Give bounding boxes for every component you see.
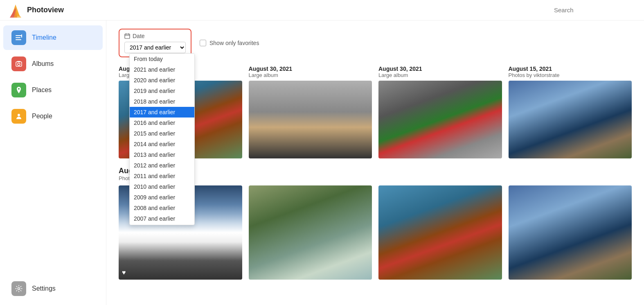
main-content: Date From today 2021 and earlier 2020 an… xyxy=(106,20,644,305)
sidebar-item-places[interactable]: Places xyxy=(3,78,103,102)
dropdown-item[interactable]: 2008 and earlier xyxy=(130,203,194,213)
photo-card-7[interactable] xyxy=(378,185,502,280)
filter-bar: Date From today 2021 and earlier 2020 an… xyxy=(119,29,632,57)
logo-area: Photoview xyxy=(8,3,106,18)
photo-card-2-meta: August 30, 2021 Large album xyxy=(249,66,372,78)
svg-rect-3 xyxy=(16,35,22,36)
photo-card-6[interactable] xyxy=(249,185,372,280)
photo-img-7[interactable] xyxy=(378,185,502,280)
timeline-icon xyxy=(11,30,26,45)
dropdown-item[interactable]: 2009 and earlier xyxy=(130,192,194,203)
topbar: Photoview xyxy=(0,0,644,20)
settings-icon xyxy=(11,281,26,296)
svg-rect-6 xyxy=(21,34,22,38)
places-icon xyxy=(11,83,26,97)
svg-rect-8 xyxy=(17,61,20,62)
dropdown-item[interactable]: 2020 and earlier xyxy=(130,75,194,86)
date-filter-container: Date From today 2021 and earlier 2020 an… xyxy=(119,29,191,57)
dropdown-item[interactable]: 2018 and earlier xyxy=(130,96,194,107)
app-logo xyxy=(8,3,23,18)
date-filter-label: Date xyxy=(124,33,186,39)
photo-row2-grid: ♥ xyxy=(119,185,632,280)
dropdown-item[interactable]: 2010 and earlier xyxy=(130,181,194,192)
svg-point-9 xyxy=(18,63,20,66)
photo-card-2-date: August 30, 2021 xyxy=(249,66,372,72)
photo-card-4-album: Photos by viktorstrate xyxy=(509,72,632,78)
photo-img-2[interactable] xyxy=(249,81,372,158)
search-area[interactable] xyxy=(554,7,636,14)
dropdown-item[interactable]: 2007 and earlier xyxy=(130,213,194,224)
sidebar-item-albums[interactable]: Albums xyxy=(3,52,103,76)
sidebar-item-timeline[interactable]: Timeline xyxy=(3,25,103,50)
dropdown-item[interactable]: From today xyxy=(130,54,194,64)
select-wrapper[interactable]: From today 2021 and earlier 2020 and ear… xyxy=(124,42,186,53)
date-select[interactable]: From today 2021 and earlier 2020 and ear… xyxy=(124,42,186,53)
dropdown-item[interactable]: 2016 and earlier xyxy=(130,117,194,128)
svg-rect-4 xyxy=(16,37,20,38)
photo-row2-meta: August 11, 2021 Photos by viktorstrate xyxy=(119,167,632,181)
favorites-filter[interactable]: Show only favorites xyxy=(200,40,259,46)
photo-img-4[interactable] xyxy=(509,81,632,158)
photo-row2-album: Photos by viktorstrate xyxy=(119,175,632,181)
search-input[interactable] xyxy=(554,7,636,14)
photo-card-4-date: August 15, 2021 xyxy=(509,66,632,72)
photo-card-8[interactable] xyxy=(509,185,632,280)
photo-img-8[interactable] xyxy=(509,185,632,280)
photo-card-2[interactable]: August 30, 2021 Large album xyxy=(249,66,372,158)
dropdown-item[interactable]: 2011 and earlier xyxy=(130,171,194,181)
photo-row2: August 11, 2021 Photos by viktorstrate ♥ xyxy=(119,167,632,280)
dropdown-item[interactable]: 2015 and earlier xyxy=(130,128,194,139)
photo-card-3-date: August 30, 2021 xyxy=(378,66,502,72)
dropdown-item[interactable]: 2013 and earlier xyxy=(130,149,194,160)
dropdown-item[interactable]: 2012 and earlier xyxy=(130,160,194,171)
date-label-text: Date xyxy=(133,33,145,39)
photo-card-3[interactable]: August 30, 2021 Large album xyxy=(378,66,502,158)
photo-img-6[interactable] xyxy=(249,185,372,280)
sidebar-item-people-label: People xyxy=(32,113,52,120)
photo-grid-row1: August 30, 2021 Large album August 30, 2… xyxy=(119,66,632,158)
albums-icon xyxy=(11,56,26,71)
dropdown-list: From today2021 and earlier2020 and earli… xyxy=(129,53,195,225)
photo-row2-date: August 11, 2021 xyxy=(119,167,632,175)
photo-card-3-meta: August 30, 2021 Large album xyxy=(378,66,502,78)
svg-rect-12 xyxy=(125,34,130,38)
dropdown-item[interactable]: 2006 and earlier xyxy=(130,224,194,225)
heart-icon: ♥ xyxy=(122,269,126,276)
svg-rect-5 xyxy=(16,39,21,40)
people-icon xyxy=(11,109,26,124)
dropdown-item[interactable]: 2019 and earlier xyxy=(130,86,194,96)
dropdown-item[interactable]: 2014 and earlier xyxy=(130,139,194,149)
photo-img-3[interactable] xyxy=(378,81,502,158)
app-title: Photoview xyxy=(27,6,64,14)
favorites-label-text: Show only favorites xyxy=(209,40,259,46)
sidebar-item-settings[interactable]: Settings xyxy=(3,276,103,301)
photo-card-2-album: Large album xyxy=(249,72,372,78)
sidebar-item-timeline-label: Timeline xyxy=(32,34,56,41)
favorites-checkbox[interactable] xyxy=(200,40,206,46)
photo-card-3-album: Large album xyxy=(378,72,502,78)
svg-point-11 xyxy=(18,288,20,290)
sidebar-item-people[interactable]: People xyxy=(3,104,103,129)
photo-card-4-meta: August 15, 2021 Photos by viktorstrate xyxy=(509,66,632,78)
photo-card-4[interactable]: August 15, 2021 Photos by viktorstrate xyxy=(509,66,632,158)
svg-point-10 xyxy=(18,114,20,116)
dropdown-item[interactable]: 2017 and earlier xyxy=(130,107,194,117)
sidebar: Timeline Albums Places People xyxy=(0,0,106,305)
sidebar-item-places-label: Places xyxy=(32,86,52,94)
calendar-icon xyxy=(124,33,130,39)
sidebar-item-albums-label: Albums xyxy=(32,60,54,68)
sidebar-item-settings-label: Settings xyxy=(32,285,56,292)
dropdown-item[interactable]: 2021 and earlier xyxy=(130,64,194,75)
